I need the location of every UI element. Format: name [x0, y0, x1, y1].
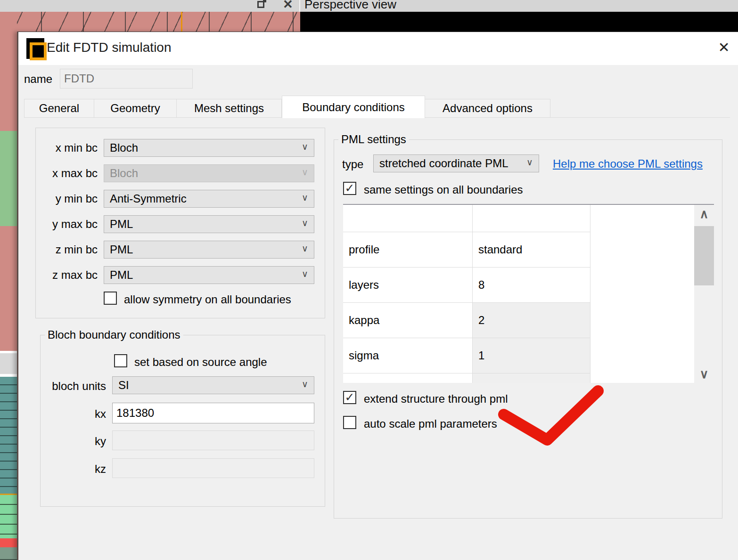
y-max-bc-label: y max bc: [37, 218, 98, 231]
x-min-bc-value: Bloch: [110, 141, 138, 154]
table-row-profile-label: profile: [343, 232, 473, 268]
z-min-bc-dropdown[interactable]: PML ∨: [104, 241, 314, 259]
bloch-units-dropdown[interactable]: SI ∨: [112, 376, 314, 394]
bloch-units-value: SI: [118, 379, 129, 392]
pml-type-dropdown[interactable]: stretched coordinate PML ∨: [373, 154, 539, 172]
y-min-bc-value: Anti-Symmetric: [110, 192, 187, 205]
table-vertical-scrollbar[interactable]: ∧ ∨: [694, 205, 714, 383]
x-min-bc-label: x min bc: [37, 141, 98, 154]
viewport-black-bar: [300, 12, 738, 32]
chevron-down-icon: ∨: [302, 268, 308, 279]
pml-settings-title: PML settings: [338, 133, 409, 146]
structure-stripe-green: [0, 131, 17, 226]
scrollbar-thumb[interactable]: [694, 226, 714, 285]
kx-input[interactable]: [112, 403, 314, 423]
z-max-bc-dropdown[interactable]: PML ∨: [104, 266, 314, 284]
toolbar-separator: [299, 0, 300, 12]
structure-stripe-teal-layers: [0, 377, 17, 494]
chevron-down-icon: ∨: [302, 167, 308, 178]
structure-stripe-red: [0, 538, 17, 547]
table-row-kappa-value[interactable]: 2: [473, 303, 590, 338]
edit-fdtd-simulation-dialog: Edit FDTD simulation ✕ name General Geom…: [17, 32, 738, 560]
kz-input: [112, 458, 314, 478]
allow-symmetry-label: allow symmetry on all boundaries: [124, 293, 291, 306]
y-max-bc-dropdown[interactable]: PML ∨: [104, 215, 314, 233]
allow-symmetry-checkbox[interactable]: [104, 292, 117, 305]
name-input: [60, 69, 193, 89]
kx-label: kx: [40, 407, 106, 421]
set-based-on-source-angle-label: set based on source angle: [134, 356, 267, 369]
perspective-view-label: Perspective view: [304, 0, 396, 12]
tab-advanced-options[interactable]: Advanced options: [425, 99, 550, 118]
table-header-value-cell: [473, 205, 590, 232]
close-viewport-icon[interactable]: ✕: [283, 0, 293, 12]
chevron-down-icon: ∨: [302, 141, 308, 152]
chevron-down-icon: ∨: [302, 243, 308, 254]
scroll-down-icon[interactable]: ∨: [694, 366, 714, 382]
z-min-bc-value: PML: [110, 243, 133, 256]
table-header-name-cell: [343, 205, 473, 232]
screen: ✕ Perspective view Edit FDTD simulation …: [0, 0, 738, 560]
structure-stripe-sage: [0, 547, 17, 560]
dialog-title: Edit FDTD simulation: [47, 40, 172, 55]
table-row-kappa-label: kappa: [343, 303, 473, 338]
y-min-bc-label: y min bc: [37, 192, 98, 205]
tab-general[interactable]: General: [24, 99, 94, 118]
table-row-profile-value[interactable]: standard: [473, 232, 590, 268]
set-based-on-source-angle-checkbox[interactable]: [114, 354, 127, 367]
pml-type-value: stretched coordinate PML: [379, 157, 508, 170]
table-row-sigma-value[interactable]: 1: [473, 338, 590, 373]
auto-scale-checkbox[interactable]: [343, 416, 356, 429]
y-min-bc-dropdown[interactable]: Anti-Symmetric ∨: [104, 190, 314, 208]
cad-grid-orange-line: [181, 12, 182, 32]
ky-label: ky: [40, 435, 106, 448]
ky-input: [112, 430, 314, 450]
cad-left-strip: [0, 12, 17, 560]
chevron-down-icon: ∨: [302, 192, 308, 203]
kz-label: kz: [40, 463, 106, 476]
float-window-icon[interactable]: [257, 1, 264, 8]
structure-stripe-gray-panel: [0, 352, 17, 375]
same-settings-label: same settings on all boundaries: [364, 183, 523, 196]
bloch-units-label: bloch units: [40, 380, 106, 393]
x-min-bc-dropdown[interactable]: Bloch ∨: [104, 139, 314, 157]
table-row-partial-label: [343, 373, 473, 383]
viewport-toolbar: ✕ Perspective view: [0, 0, 738, 12]
dialog-close-icon[interactable]: ✕: [712, 37, 736, 57]
structure-stripe-pink: [0, 12, 17, 131]
help-pml-settings-link[interactable]: Help me choose PML settings: [553, 157, 703, 170]
name-label: name: [24, 73, 52, 86]
x-max-bc-value: Bloch: [110, 167, 138, 180]
chevron-down-icon: ∨: [302, 218, 308, 228]
y-max-bc-value: PML: [110, 218, 133, 231]
table-row-sigma-label: sigma: [343, 338, 473, 373]
table-row-layers-label: layers: [343, 268, 473, 303]
table-row-partial-value: [473, 373, 590, 383]
extend-structure-label: extend structure through pml: [364, 392, 508, 406]
pml-type-label: type: [342, 158, 363, 171]
tab-geometry[interactable]: Geometry: [94, 99, 177, 118]
z-min-bc-label: z min bc: [37, 243, 98, 256]
auto-scale-label: auto scale pml parameters: [364, 417, 497, 430]
structure-stripe-lime-layers: [0, 495, 17, 538]
tab-boundary-conditions[interactable]: Boundary conditions: [282, 96, 425, 118]
z-max-bc-label: z max bc: [37, 268, 98, 282]
pml-parameters-table: profile standard layers 8 kappa 2 sigma …: [343, 204, 714, 383]
chevron-down-icon: ∨: [302, 379, 308, 390]
chevron-down-icon: ∨: [526, 157, 533, 168]
extend-structure-checkbox[interactable]: ✓: [343, 391, 356, 404]
x-max-bc-dropdown: Bloch ∨: [104, 164, 314, 182]
table-row-layers-value[interactable]: 8: [473, 268, 590, 303]
structure-stripe-pink: [0, 226, 17, 351]
x-max-bc-label: x max bc: [37, 167, 98, 180]
tab-mesh-settings[interactable]: Mesh settings: [177, 99, 282, 118]
same-settings-checkbox[interactable]: ✓: [343, 182, 356, 195]
scroll-up-icon[interactable]: ∧: [694, 206, 714, 222]
bloch-groupbox-title: Bloch boundary conditions: [45, 328, 183, 341]
cad-structure-band: [0, 12, 300, 32]
dialog-titlebar: Edit FDTD simulation ✕: [18, 32, 738, 65]
z-max-bc-value: PML: [110, 268, 133, 282]
fdtd-region-icon: [26, 38, 44, 59]
